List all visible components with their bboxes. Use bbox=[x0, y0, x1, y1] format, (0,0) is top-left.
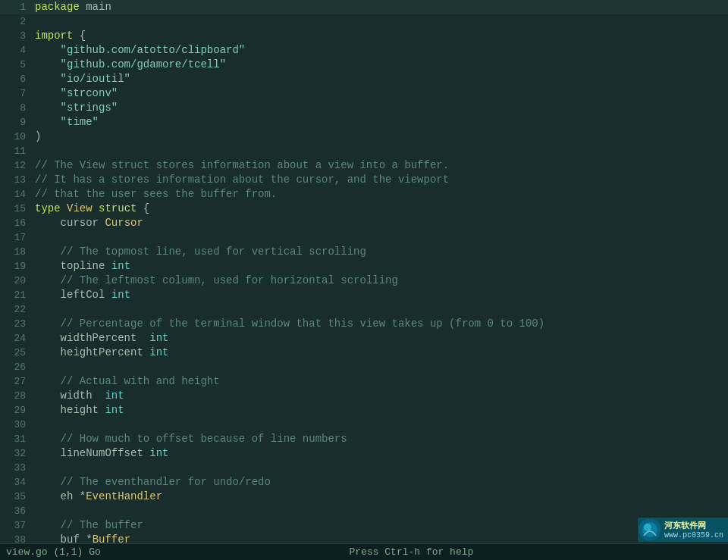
line-number: 13 bbox=[3, 174, 26, 187]
line-number: 33 bbox=[3, 461, 26, 475]
line-number: 28 bbox=[3, 389, 26, 403]
code-line: 19 topline int bbox=[0, 259, 728, 274]
line-content: type View struct { bbox=[35, 202, 725, 215]
line-number: 6 bbox=[3, 73, 26, 86]
line-content: "github.com/gdamore/tcell" bbox=[35, 58, 725, 71]
code-line: 1package main bbox=[0, 0, 728, 14]
line-content: // How much to offset because of line nu… bbox=[35, 432, 725, 446]
line-content bbox=[35, 302, 725, 316]
line-number: 20 bbox=[3, 274, 26, 288]
line-content: eh *EventHandler bbox=[35, 490, 725, 503]
watermark-logo bbox=[639, 519, 661, 540]
line-content bbox=[35, 230, 725, 244]
line-content bbox=[35, 144, 725, 158]
code-line: 20 // The leftmost column, used for hori… bbox=[0, 274, 728, 288]
code-line: 28 width int bbox=[0, 389, 728, 403]
line-content: heightPercent int bbox=[35, 346, 725, 359]
svg-point-2 bbox=[644, 524, 651, 531]
line-content: // Percentage of the terminal window tha… bbox=[35, 317, 725, 330]
code-line: 26 bbox=[0, 360, 728, 374]
line-content: width int bbox=[35, 389, 725, 402]
line-content: "strconv" bbox=[35, 86, 725, 100]
status-left: view.go (1,1) Go bbox=[6, 546, 101, 558]
code-line: 31 // How much to offset because of line… bbox=[0, 432, 728, 446]
line-content: // that the user sees the buffer from. bbox=[35, 187, 725, 201]
code-line: 10) bbox=[0, 130, 728, 144]
status-bar: view.go (1,1) Go Press Ctrl-h for help bbox=[0, 543, 728, 560]
line-content: leftCol int bbox=[35, 288, 725, 302]
line-number: 37 bbox=[3, 519, 26, 533]
code-line: 18 // The topmost line, used for vertica… bbox=[0, 245, 728, 259]
line-number: 17 bbox=[3, 231, 26, 245]
code-line: 17 bbox=[0, 230, 728, 245]
line-content: // It has a stores information about the… bbox=[35, 173, 725, 186]
line-content bbox=[35, 360, 725, 374]
line-content: widthPercent int bbox=[35, 331, 725, 345]
line-number: 27 bbox=[3, 375, 26, 389]
line-content: "strings" bbox=[35, 101, 725, 114]
code-line: 2 bbox=[0, 14, 728, 29]
line-content: // The leftmost column, used for horizon… bbox=[35, 274, 725, 287]
line-content: // The eventhandler for undo/redo bbox=[35, 475, 725, 489]
line-number: 35 bbox=[3, 490, 26, 504]
code-line: 22 bbox=[0, 302, 728, 317]
line-number: 15 bbox=[3, 202, 26, 216]
code-line: 37 // The buffer bbox=[0, 518, 728, 533]
line-number: 32 bbox=[3, 447, 26, 461]
code-line: 7 "strconv" bbox=[0, 86, 728, 101]
line-number: 34 bbox=[3, 476, 26, 490]
line-content bbox=[35, 418, 725, 431]
line-number: 38 bbox=[3, 533, 26, 543]
line-content: ) bbox=[35, 130, 725, 143]
line-number: 24 bbox=[3, 332, 26, 346]
line-content: // The View struct stores information ab… bbox=[35, 158, 725, 172]
line-number: 8 bbox=[3, 102, 26, 115]
code-line: 38 buf *Buffer bbox=[0, 533, 728, 543]
code-line: 16 cursor Cursor bbox=[0, 216, 728, 230]
line-number: 3 bbox=[3, 30, 26, 43]
line-content: package main bbox=[35, 0, 725, 14]
code-line: 33 bbox=[0, 461, 728, 475]
line-content: // Actual with and height bbox=[35, 374, 725, 388]
code-line: 12// The View struct stores information … bbox=[0, 158, 728, 173]
code-line: 13// It has a stores information about t… bbox=[0, 173, 728, 187]
line-number: 4 bbox=[3, 44, 26, 58]
line-number: 23 bbox=[3, 318, 26, 331]
code-line: 14// that the user sees the buffer from. bbox=[0, 187, 728, 202]
line-number: 2 bbox=[3, 15, 26, 29]
line-content: "time" bbox=[35, 115, 725, 129]
code-line: 21 leftCol int bbox=[0, 288, 728, 302]
line-number: 5 bbox=[3, 58, 26, 72]
line-number: 22 bbox=[3, 303, 26, 317]
watermark-text: 河东软件网 www.pc0359.cn bbox=[664, 520, 723, 540]
line-content: cursor Cursor bbox=[35, 216, 725, 230]
code-line: 9 "time" bbox=[0, 115, 728, 130]
code-line: 36 bbox=[0, 504, 728, 518]
line-content: // The topmost line, used for vertical s… bbox=[35, 245, 725, 258]
line-number: 10 bbox=[3, 130, 26, 144]
line-number: 25 bbox=[3, 346, 26, 360]
code-line: 35 eh *EventHandler bbox=[0, 490, 728, 504]
code-editor[interactable]: 1package main2 3import {4 "github.com/at… bbox=[0, 0, 728, 543]
line-content bbox=[35, 461, 725, 474]
line-content: topline int bbox=[35, 259, 725, 273]
line-number: 19 bbox=[3, 260, 26, 274]
line-number: 29 bbox=[3, 404, 26, 418]
line-content bbox=[35, 14, 725, 28]
code-line: 32 lineNumOffset int bbox=[0, 446, 728, 461]
line-content: import { bbox=[35, 29, 725, 42]
line-number: 30 bbox=[3, 418, 26, 432]
code-line: 24 widthPercent int bbox=[0, 331, 728, 346]
code-line: 8 "strings" bbox=[0, 101, 728, 115]
line-content: // The buffer bbox=[35, 518, 725, 532]
line-content: height int bbox=[35, 403, 725, 417]
line-number: 21 bbox=[3, 289, 26, 302]
line-number: 11 bbox=[3, 145, 26, 158]
watermark: 河东软件网 www.pc0359.cn bbox=[638, 518, 728, 542]
code-line: 5 "github.com/gdamore/tcell" bbox=[0, 58, 728, 72]
line-number: 18 bbox=[3, 246, 26, 259]
line-content: buf *Buffer bbox=[35, 533, 725, 543]
line-content bbox=[35, 504, 725, 518]
status-center: Press Ctrl-h for help bbox=[350, 546, 474, 558]
code-line: 30 bbox=[0, 418, 728, 432]
